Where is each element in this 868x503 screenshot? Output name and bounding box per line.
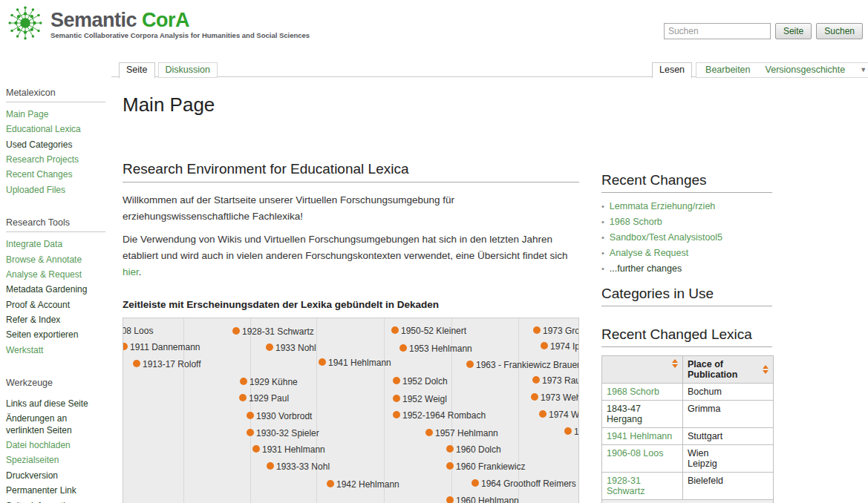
recent-change-link-sandbox-test-analysistool5[interactable]: Sandbox/Test Analysistool5 xyxy=(610,232,722,243)
sidebar-item-refer-index[interactable]: Refer & Index xyxy=(6,315,105,326)
sidebar-item-integrate-data[interactable]: Integrate Data xyxy=(6,239,105,250)
recent-change-link-analyse-request[interactable]: Analyse & Request xyxy=(610,248,688,258)
sidebar-item-research-projects[interactable]: Research Projects xyxy=(6,154,105,165)
sort-icon[interactable] xyxy=(763,365,769,374)
lexicon-cell: 1968 Schorb xyxy=(602,384,683,401)
page-title: Main Page xyxy=(123,93,579,116)
timeline-item-label: 1964 Groothoff Reimers xyxy=(481,479,576,489)
timeline-item-label: 1960 Dolch xyxy=(456,444,501,455)
place-column-header: Place of Publication xyxy=(683,356,774,384)
more-results-link[interactable]: … weitere Ergebnisse xyxy=(602,500,774,503)
categories-in-use-heading: Categories in Use xyxy=(601,286,772,306)
hier-link[interactable]: hier xyxy=(123,266,139,277)
sidebar-item-uploaded-files[interactable]: Uploaded Files xyxy=(6,185,105,196)
sidebar-item-recent-changes[interactable]: Recent Changes xyxy=(6,169,105,180)
lexicon-link-1906-08-loos[interactable]: 1906-08 Loos xyxy=(607,448,663,458)
brand-word-cora: CorA xyxy=(142,9,189,31)
timeline-dot-icon xyxy=(446,462,454,470)
timeline-item-label: 1942 Hehlmann xyxy=(336,479,399,490)
timeline-dot-icon xyxy=(532,376,540,384)
bullet-icon: • xyxy=(601,233,604,242)
sidebar-item-analyse-request[interactable]: Analyse & Request xyxy=(6,269,105,280)
decade-gridline xyxy=(518,318,519,503)
lexicon-column-header xyxy=(602,356,683,384)
timeline-dot-icon xyxy=(319,358,326,366)
timeline-dot-icon xyxy=(393,411,400,418)
timeline-caption: Zeitleiste mit Erscheinungsdaten der Lex… xyxy=(123,299,579,310)
further-changes-link[interactable]: ...further changes xyxy=(610,263,682,274)
recent-change-item: •1968 Schorb xyxy=(601,217,772,227)
table-row: 1941 HehlmannStuttgart xyxy=(602,428,774,445)
tab-lesen[interactable]: Lesen xyxy=(652,62,692,79)
timeline-dot-icon xyxy=(393,377,400,384)
sidebar-item-educational-lexica[interactable]: Educational Lexica xyxy=(6,124,105,135)
bullet-icon: • xyxy=(601,217,604,226)
timeline-dot-icon xyxy=(446,496,454,503)
timeline-item-label: 1931 Hehlmann xyxy=(262,444,325,455)
lexicon-link-1843-47-hergang[interactable]: 1843-47 Hergang xyxy=(607,404,642,424)
sidebar-item-permanenter-link[interactable]: Permanenter Link xyxy=(6,485,105,496)
decade-gridline xyxy=(250,318,251,503)
chevron-down-icon[interactable]: ▼ xyxy=(860,63,867,77)
recent-change-link-1968-schorb[interactable]: 1968 Schorb xyxy=(610,217,662,227)
timeline-item-label: 1929 Kühne xyxy=(249,377,298,387)
sidebar-item-datei-hochladen[interactable]: Datei hochladen xyxy=(6,440,105,451)
sidebar-item-links-auf-diese-seite[interactable]: Links auf diese Seite xyxy=(6,398,105,410)
timeline-dot-icon xyxy=(471,479,479,487)
timeline-item-label: 1960 Hehlmann xyxy=(456,496,519,503)
lexicon-cell: 1928-31 Schwartz xyxy=(602,473,683,500)
timeline-dot-icon xyxy=(446,445,454,453)
timeline-dot-icon xyxy=(267,462,274,470)
lexicon-link-1928-31-schwartz[interactable]: 1928-31 Schwartz xyxy=(607,476,645,496)
sidebar-item-main-page[interactable]: Main Page xyxy=(6,109,105,120)
go-to-page-button[interactable]: Seite xyxy=(775,23,812,39)
place-cell: Grimma xyxy=(683,401,774,428)
timeline-dot-icon xyxy=(232,327,240,335)
tab-versionsgeschichte[interactable]: Versionsgeschichte xyxy=(766,63,846,77)
timeline-dot-icon xyxy=(252,445,260,453)
sidebar-item-druckversion[interactable]: Druckversion xyxy=(6,470,105,481)
sidebar-item-browse-annotate[interactable]: Browse & Annotate xyxy=(6,254,105,266)
sidebar-section-title-werkzeuge: Werkzeuge xyxy=(6,378,105,392)
main-content: Main Page Research Environment for Educa… xyxy=(123,88,579,503)
site-logo[interactable]: Semantic CorA Semantic Collaborative Cor… xyxy=(6,4,310,42)
sidebar-item-proof-account[interactable]: Proof & Account xyxy=(6,300,105,311)
sidebar: MetalexiconMain PageEducational LexicaUs… xyxy=(6,88,105,503)
lexicon-link-1968-schorb[interactable]: 1968 Schorb xyxy=(607,387,659,397)
table-row: 1928-31 SchwartzBielefeld xyxy=(602,473,774,500)
timeline-dot-icon xyxy=(247,412,254,419)
timeline-item-label: 1973 Weh xyxy=(541,392,579,403)
brand-name: Semantic CorA xyxy=(50,10,310,30)
timeline-item-label: 1973 Rau xyxy=(542,375,579,386)
sidebar-item-seiteninformationen[interactable]: Seiteninformationen xyxy=(6,501,105,503)
lexicon-link-1941-hehlmann[interactable]: 1941 Hehlmann xyxy=(607,431,672,441)
bullet-icon: • xyxy=(601,249,604,257)
search-input[interactable] xyxy=(664,23,771,39)
view-tab-group: BearbeitenVersionsgeschichte▼ xyxy=(696,62,868,78)
timeline-item-label: 1957 Hehlmann xyxy=(435,428,498,438)
sort-icon[interactable] xyxy=(672,359,678,368)
sidebar-item-nderungen-an-verlinkten-seiten[interactable]: Änderungen an verlinkten Seiten xyxy=(6,413,105,436)
sidebar-item-spezialseiten[interactable]: Spezialseiten xyxy=(6,455,105,466)
sidebar-item-metadata-gardening[interactable]: Metadata Gardening xyxy=(6,284,105,295)
recent-change-link-lemmata-erziehung-rzieh[interactable]: Lemmata Erziehung/rzieh xyxy=(610,201,715,211)
timeline-dot-icon xyxy=(240,378,247,385)
sidebar-item-seiten-exportieren[interactable]: Seiten exportieren xyxy=(6,329,105,341)
sidebar-section-werkzeuge: Links auf diese SeiteÄnderungen an verli… xyxy=(6,398,105,503)
tab-seite[interactable]: Seite xyxy=(119,62,155,79)
recent-change-item: •Analyse & Request xyxy=(601,248,772,258)
timeline-dot-icon xyxy=(399,344,407,352)
sidebar-item-werkstatt[interactable]: Werkstatt xyxy=(6,345,105,356)
tab-diskussion[interactable]: Diskussion xyxy=(158,62,218,78)
table-footer-row: … weitere Ergebnisse xyxy=(602,500,774,503)
tab-bearbeiten[interactable]: Bearbeiten xyxy=(705,63,750,77)
semantic-cora-page: Semantic CorA Semantic Collaborative Cor… xyxy=(0,0,868,503)
sidebar-item-used-categories[interactable]: Used Categories xyxy=(6,139,105,151)
timeline-item-label: 1933 Nohl xyxy=(275,343,316,353)
timeline-item-label: 1952-1964 Rombach xyxy=(402,410,486,421)
bullet-icon: • xyxy=(601,264,604,273)
sidebar-section-research-tools: Integrate DataBrowse & AnnotateAnalyse &… xyxy=(6,239,105,356)
timeline-dot-icon xyxy=(123,343,128,350)
recent-change-item: •Lemmata Erziehung/rzieh xyxy=(601,201,772,211)
search-button[interactable]: Suchen xyxy=(816,23,863,39)
